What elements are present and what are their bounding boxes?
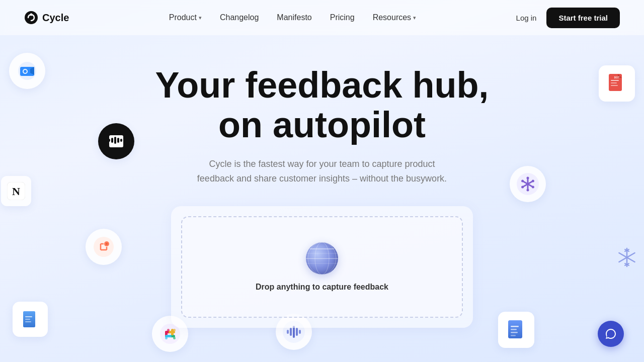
svg-point-3	[315, 242, 329, 275]
hero-subtitle: Cycle is the fastest way for your team t…	[191, 157, 453, 186]
svg-rect-41	[165, 337, 168, 339]
svg-rect-46	[287, 330, 289, 334]
nav-links: Product ▾ Changelog Manifesto Pricing Re…	[169, 13, 416, 22]
svg-rect-47	[290, 328, 292, 336]
svg-rect-77	[511, 329, 517, 330]
nav-item-product[interactable]: Product ▾	[169, 13, 202, 22]
dropzone[interactable]: Drop anything to capture feedback	[181, 216, 463, 318]
navbar: Cycle Product ▾ Changelog Manifesto Pric…	[0, 0, 644, 35]
svg-point-4	[308, 242, 336, 275]
svg-rect-36	[167, 329, 170, 331]
hero-section: Your feedback hub, on autopilot Cycle is…	[0, 35, 644, 328]
nav-actions: Log in Start free trial	[516, 8, 620, 28]
cycle-logo-icon	[24, 11, 38, 25]
dropzone-container: Drop anything to capture feedback	[171, 206, 473, 328]
svg-point-1	[30, 14, 33, 16]
svg-rect-79	[511, 335, 516, 336]
svg-rect-39	[173, 337, 176, 339]
hero-title: Your feedback hub, on autopilot	[155, 65, 489, 145]
chevron-down-icon: ▾	[199, 15, 202, 21]
dropzone-label: Drop anything to capture feedback	[256, 283, 388, 292]
login-button[interactable]: Log in	[516, 14, 537, 22]
nav-item-manifesto[interactable]: Manifesto	[277, 13, 311, 22]
logo-text: Cycle	[42, 12, 69, 24]
nav-item-pricing[interactable]: Pricing	[330, 13, 355, 22]
logo[interactable]: Cycle	[24, 11, 69, 25]
svg-rect-78	[511, 332, 518, 333]
nav-item-changelog[interactable]: Changelog	[220, 13, 259, 22]
globe-icon	[306, 242, 338, 275]
svg-point-0	[25, 11, 38, 24]
start-trial-button[interactable]: Start free trial	[546, 8, 620, 28]
svg-rect-44	[173, 329, 176, 331]
svg-rect-49	[296, 328, 298, 336]
svg-rect-50	[299, 330, 301, 334]
chevron-down-icon: ▾	[413, 15, 416, 21]
nav-item-resources[interactable]: Resources ▾	[373, 13, 416, 22]
svg-point-2	[306, 242, 338, 275]
chat-bubble-button[interactable]	[598, 321, 624, 347]
